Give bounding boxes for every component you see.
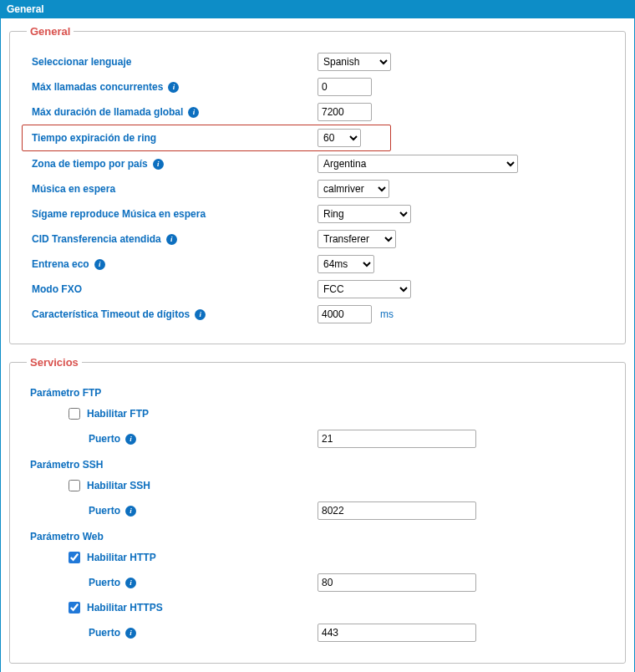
heading-ftp: Parámetro FTP bbox=[27, 380, 608, 402]
label-timezone: Zona de tiempo por país i bbox=[27, 158, 318, 170]
row-enable-http: Habilitar HTTP bbox=[27, 546, 608, 569]
row-ring-timeout: Tiempo expiración de ring 60 bbox=[22, 125, 391, 151]
input-http-port[interactable] bbox=[318, 573, 476, 592]
info-icon[interactable]: i bbox=[188, 107, 199, 118]
label-echo: Entrena eco i bbox=[27, 258, 318, 270]
label-ring-timeout: Tiempo expiración de ring bbox=[27, 132, 318, 144]
legend-services: Servicios bbox=[27, 356, 82, 369]
header-bar: General bbox=[0, 0, 635, 18]
row-language: Seleccionar lenguaje Spanish bbox=[27, 49, 608, 74]
row-timezone: Zona de tiempo por país i Argentina bbox=[27, 151, 608, 176]
row-moh: Música en espera calmriver bbox=[27, 176, 608, 201]
label-max-duration: Máx duración de llamada global i bbox=[27, 106, 318, 118]
label-ftp-port: Puerto i bbox=[27, 433, 318, 445]
legend-general: General bbox=[27, 25, 74, 38]
info-icon[interactable]: i bbox=[153, 159, 164, 170]
label-followme: Sígame reproduce Música en espera bbox=[27, 208, 318, 220]
row-followme: Sígame reproduce Música en espera Ring bbox=[27, 201, 608, 227]
label-fxo: Modo FXO bbox=[27, 283, 318, 295]
row-echo: Entrena eco i 64ms bbox=[27, 252, 608, 277]
info-icon[interactable]: i bbox=[195, 309, 206, 320]
label-enable-ftp: Habilitar FTP bbox=[87, 408, 149, 420]
label-https-port: Puerto i bbox=[27, 627, 318, 639]
label-enable-http: Habilitar HTTP bbox=[87, 552, 156, 563]
info-icon[interactable]: i bbox=[125, 578, 136, 588]
input-https-port[interactable] bbox=[318, 624, 476, 642]
select-cid-transfer[interactable]: Transferer bbox=[318, 230, 396, 248]
select-ring-timeout[interactable]: 60 bbox=[318, 129, 361, 147]
checkbox-enable-ssh[interactable] bbox=[69, 480, 80, 491]
row-ftp-port: Puerto i bbox=[27, 425, 608, 452]
row-https-port: Puerto i bbox=[27, 619, 608, 646]
label-http-port: Puerto i bbox=[27, 577, 318, 588]
row-max-concurrent: Máx llamadas concurrentes i bbox=[27, 74, 608, 99]
select-timezone[interactable]: Argentina bbox=[318, 155, 518, 173]
label-language: Seleccionar lenguaje bbox=[27, 56, 318, 68]
info-icon[interactable]: i bbox=[168, 82, 179, 93]
info-icon[interactable]: i bbox=[94, 259, 105, 270]
header-title: General bbox=[7, 3, 44, 15]
input-max-concurrent[interactable] bbox=[318, 78, 372, 96]
row-cid-transfer: CID Transferencia atendida i Transferer bbox=[27, 227, 608, 252]
heading-ssh: Parámetro SSH bbox=[27, 452, 608, 474]
label-enable-ssh: Habilitar SSH bbox=[87, 480, 150, 491]
label-ssh-port: Puerto i bbox=[27, 505, 318, 517]
row-ssh-port: Puerto i bbox=[27, 497, 608, 524]
digit-timeout-suffix: ms bbox=[380, 308, 394, 320]
select-language[interactable]: Spanish bbox=[318, 53, 391, 71]
input-ftp-port[interactable] bbox=[318, 430, 476, 448]
main-panel: General Seleccionar lenguaje Spanish Máx… bbox=[0, 18, 635, 672]
checkbox-enable-http[interactable] bbox=[69, 552, 80, 563]
fieldset-general: General Seleccionar lenguaje Spanish Máx… bbox=[9, 25, 626, 344]
row-digit-timeout: Característica Timeout de dígitos i ms bbox=[27, 302, 608, 327]
info-icon[interactable]: i bbox=[125, 628, 136, 639]
info-icon[interactable]: i bbox=[125, 506, 136, 517]
row-enable-https: Habilitar HTTPS bbox=[27, 596, 608, 619]
heading-web: Parámetro Web bbox=[27, 524, 608, 546]
checkbox-enable-ftp[interactable] bbox=[69, 408, 80, 420]
info-icon[interactable]: i bbox=[125, 434, 136, 445]
row-http-port: Puerto i bbox=[27, 569, 608, 596]
row-max-duration: Máx duración de llamada global i bbox=[27, 99, 608, 125]
row-enable-ftp: Habilitar FTP bbox=[27, 402, 608, 425]
row-enable-ssh: Habilitar SSH bbox=[27, 474, 608, 497]
select-fxo[interactable]: FCC bbox=[318, 280, 411, 298]
label-max-concurrent: Máx llamadas concurrentes i bbox=[27, 81, 318, 93]
info-icon[interactable]: i bbox=[166, 234, 177, 245]
label-enable-https: Habilitar HTTPS bbox=[87, 602, 163, 613]
label-cid-transfer: CID Transferencia atendida i bbox=[27, 233, 318, 245]
label-digit-timeout: Característica Timeout de dígitos i bbox=[27, 308, 318, 320]
select-followme[interactable]: Ring bbox=[318, 205, 411, 223]
select-echo[interactable]: 64ms bbox=[318, 255, 374, 273]
fieldset-services: Servicios Parámetro FTP Habilitar FTP Pu… bbox=[9, 356, 626, 664]
select-moh[interactable]: calmriver bbox=[318, 180, 389, 198]
input-ssh-port[interactable] bbox=[318, 501, 476, 520]
input-max-duration[interactable] bbox=[318, 103, 372, 121]
label-moh: Música en espera bbox=[27, 183, 318, 195]
row-fxo: Modo FXO FCC bbox=[27, 277, 608, 302]
input-digit-timeout[interactable] bbox=[318, 305, 372, 323]
checkbox-enable-https[interactable] bbox=[69, 602, 80, 613]
